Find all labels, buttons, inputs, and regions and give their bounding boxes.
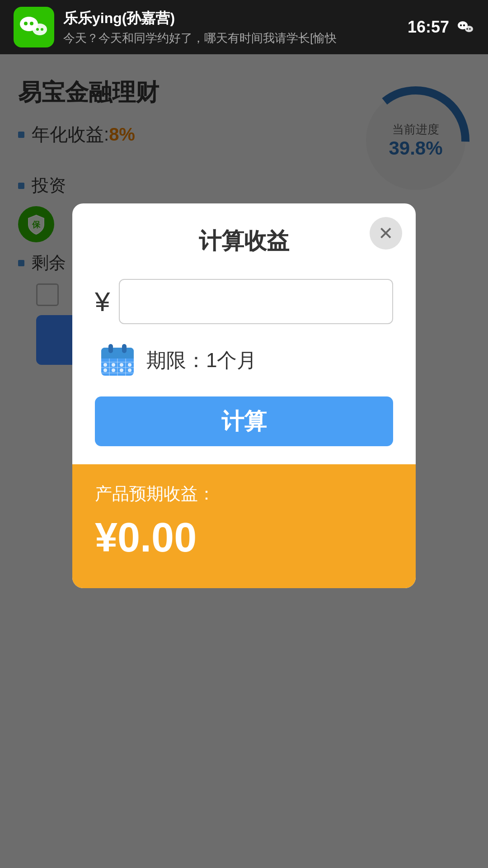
- close-button[interactable]: ✕: [370, 217, 402, 250]
- svg-point-28: [120, 363, 123, 367]
- svg-point-1: [24, 22, 28, 25]
- result-area: 产品预期收益： ¥0.00: [72, 464, 416, 588]
- calculate-button[interactable]: 计算: [95, 396, 393, 446]
- notification-area: 乐乐ying(孙嘉营) 今天？今天和同学约好了，哪天有时间我请学长[愉快: [63, 9, 399, 46]
- wechat-app-icon: [14, 7, 54, 47]
- notif-sender: 乐乐ying(孙嘉营): [63, 9, 399, 28]
- status-time: 16:57: [408, 18, 449, 37]
- status-bar: 乐乐ying(孙嘉营) 今天？今天和同学约好了，哪天有时间我请学长[愉快 16:…: [0, 0, 488, 54]
- notif-message: 今天？今天和同学约好了，哪天有时间我请学长[愉快: [63, 30, 380, 46]
- svg-point-9: [465, 26, 473, 32]
- svg-point-2: [30, 22, 33, 25]
- svg-point-33: [128, 368, 131, 372]
- svg-point-7: [460, 24, 462, 26]
- amount-input-row: ¥: [95, 279, 393, 324]
- svg-point-5: [41, 28, 43, 31]
- close-icon: ✕: [378, 224, 394, 242]
- period-text: 期限：1个月: [146, 347, 257, 374]
- svg-point-3: [33, 24, 47, 35]
- svg-point-31: [112, 368, 115, 372]
- svg-point-30: [103, 368, 107, 372]
- result-value: ¥0.00: [95, 514, 393, 561]
- svg-rect-25: [122, 344, 127, 353]
- modal-header: 计算收益 ✕: [72, 203, 416, 270]
- svg-rect-17: [101, 355, 134, 359]
- svg-rect-24: [108, 344, 113, 353]
- calendar-icon: [99, 342, 136, 378]
- svg-point-32: [120, 368, 123, 372]
- modal-title: 计算收益: [90, 226, 398, 256]
- yuan-symbol: ¥: [95, 286, 110, 317]
- period-row: 期限：1个月: [95, 342, 393, 378]
- svg-point-27: [112, 363, 115, 367]
- svg-point-11: [469, 28, 471, 30]
- svg-point-8: [463, 24, 465, 26]
- svg-point-29: [128, 363, 131, 367]
- modal-body: ¥: [72, 270, 416, 464]
- wechat-small-icon: [456, 18, 474, 36]
- amount-input[interactable]: [119, 279, 393, 324]
- calc-btn-label: 计算: [221, 409, 267, 434]
- result-label: 产品预期收益：: [95, 482, 393, 505]
- svg-point-10: [466, 28, 468, 30]
- svg-point-4: [36, 28, 39, 31]
- calculator-modal: 计算收益 ✕ ¥: [72, 203, 416, 588]
- svg-point-26: [103, 363, 107, 367]
